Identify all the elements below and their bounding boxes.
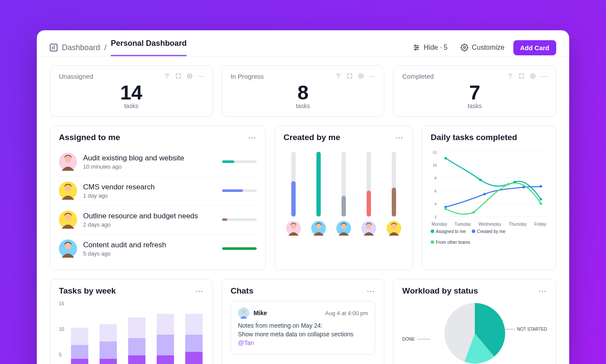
task-row[interactable]: Content audit and refresh5 days ago: [59, 234, 257, 263]
gear-icon[interactable]: [530, 73, 536, 79]
vbar-track: [392, 152, 396, 217]
more-icon[interactable]: ⋯: [248, 133, 257, 142]
axis-label: Wednesday: [478, 222, 501, 227]
breadcrumb: Dashboard / Personal Dashboard: [50, 39, 187, 56]
card-title: Tasks by week: [59, 286, 116, 296]
svg-text:11: 11: [433, 150, 437, 154]
card-chats: Chats⋯ Mike Aug 4 at 4:00 pm Notes from …: [222, 279, 385, 364]
svg-point-24: [316, 224, 321, 229]
progress-bar: [222, 160, 257, 163]
vbar-col: [286, 152, 301, 236]
svg-point-5: [415, 49, 416, 50]
svg-point-9: [361, 75, 362, 77]
svg-point-46: [540, 198, 542, 201]
svg-point-3: [415, 45, 416, 46]
chat-line: Notes from meeting on May 24:: [238, 322, 368, 329]
svg-point-10: [359, 73, 364, 78]
gear-icon: [461, 44, 468, 51]
bar-col: [71, 301, 88, 364]
customize-button[interactable]: Customize: [456, 41, 509, 54]
chat-message[interactable]: Mike Aug 4 at 4:00 pm Notes from meeting…: [231, 301, 376, 354]
add-card-button[interactable]: Add Card: [513, 40, 557, 55]
svg-point-43: [445, 157, 447, 160]
vbar-col: [336, 152, 351, 236]
card-created-by-me: Created by me⋯: [274, 125, 413, 270]
gear-icon[interactable]: [358, 73, 364, 79]
stacked-bar-chart: 15 10 5: [59, 301, 204, 364]
task-row[interactable]: CMS vendor research1 day ago: [59, 176, 257, 205]
svg-point-20: [65, 243, 71, 249]
card-workload: Workload by status⋯ DONE NOT STARTED: [393, 279, 556, 364]
more-icon[interactable]: ⋯: [369, 73, 375, 80]
svg-text:8: 8: [435, 176, 437, 180]
more-icon[interactable]: ⋯: [195, 286, 204, 296]
task-title: Content audit and refresh: [83, 241, 216, 249]
stat-unit: tasks: [59, 102, 204, 109]
filter-icon[interactable]: [507, 73, 513, 79]
stat-unit: tasks: [231, 102, 376, 109]
stat-card-unassigned: Unassigned ⋯ 14 tasks: [50, 65, 213, 117]
more-icon[interactable]: ⋯: [395, 133, 404, 142]
expand-icon[interactable]: [519, 73, 525, 79]
avatar[interactable]: [361, 221, 376, 236]
expand-icon[interactable]: [175, 73, 181, 79]
card-title: Daily tasks completed: [431, 133, 517, 142]
progress-bar: [222, 218, 257, 221]
filter-icon[interactable]: [164, 73, 170, 79]
svg-point-45: [514, 181, 516, 183]
avatar[interactable]: [336, 221, 351, 236]
svg-point-11: [532, 75, 534, 77]
card-title: Assigned to me: [59, 133, 120, 142]
mid-row: Assigned to me⋯ Audit existing blog and …: [50, 125, 556, 270]
stat-card-inprogress: In Progress ⋯ 8 tasks: [222, 65, 385, 117]
avatar[interactable]: [387, 221, 401, 236]
app-window: Dashboard / Personal Dashboard Hide · 5 …: [37, 30, 569, 364]
svg-point-22: [291, 224, 296, 229]
more-icon[interactable]: ⋯: [541, 73, 547, 80]
svg-point-48: [484, 193, 486, 195]
pie-chart: DONE NOT STARTED: [402, 301, 547, 364]
pie-slice: [445, 303, 505, 364]
vbar-track: [316, 152, 321, 217]
vbar-track: [342, 152, 346, 217]
avatar[interactable]: [286, 221, 301, 236]
pie-label-done: DONE: [402, 337, 430, 342]
card-tasks-by-week: Tasks by week⋯ 15 10 5: [50, 279, 213, 364]
stat-value: 14: [59, 81, 204, 104]
more-icon[interactable]: ⋯: [367, 286, 375, 296]
stat-title: In Progress: [231, 73, 264, 80]
dashboard-icon: [50, 44, 58, 51]
vbar-col: [387, 152, 401, 236]
more-icon[interactable]: ⋯: [198, 73, 204, 80]
svg-point-14: [65, 156, 71, 163]
avatar: [59, 182, 77, 200]
legend-item: From other teams: [431, 240, 470, 245]
stat-card-completed: Completed ⋯ 7 tasks: [393, 65, 556, 117]
avatar[interactable]: [311, 221, 326, 236]
card-title: Workload by status: [402, 286, 478, 296]
card-title: Created by me: [284, 133, 340, 142]
more-icon[interactable]: ⋯: [538, 286, 547, 296]
task-row[interactable]: Audit existing blog and website10 minute…: [59, 147, 257, 176]
expand-icon[interactable]: [347, 73, 353, 79]
bottom-row: Tasks by week⋯ 15 10 5 Chats⋯ Mike: [50, 279, 556, 364]
filter-icon[interactable]: [335, 73, 342, 79]
svg-point-44: [479, 179, 482, 181]
hide-button[interactable]: Hide · 5: [408, 41, 452, 54]
stat-row: Unassigned ⋯ 14 tasks In Progress: [50, 65, 556, 117]
svg-text:6: 6: [435, 189, 437, 193]
gear-icon[interactable]: [187, 73, 193, 79]
vbar-track: [367, 152, 371, 217]
vbar-track: [291, 152, 296, 217]
svg-point-12: [531, 73, 535, 78]
bar-col: [100, 301, 117, 364]
chat-mention[interactable]: @Tan: [238, 339, 368, 346]
card-title: Chats: [231, 286, 254, 296]
breadcrumb-current[interactable]: Personal Dashboard: [111, 39, 187, 56]
task-row[interactable]: Outline resource and budget needs2 days …: [59, 205, 257, 234]
svg-point-52: [473, 211, 475, 214]
avatar: [59, 211, 77, 229]
breadcrumb-root[interactable]: Dashboard: [62, 43, 100, 52]
svg-point-56: [242, 310, 245, 313]
svg-point-50: [540, 185, 542, 188]
